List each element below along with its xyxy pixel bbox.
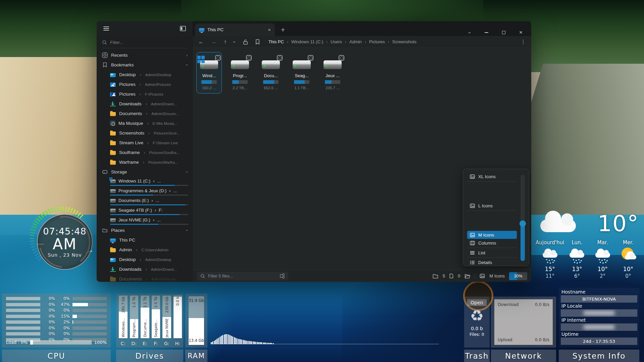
sidebar-bookmark-item[interactable]: Soulframe › Pictures\Soulfra... xyxy=(97,148,193,157)
sidebar-storage-item[interactable]: Programmes & Jeux (D:) › ... xyxy=(97,187,193,196)
sidebar-bookmark-item[interactable]: Pictures › F:\Pictures xyxy=(97,89,193,99)
drive-tile[interactable]: Wind... 160.2 ... xyxy=(196,52,222,94)
drive-icon xyxy=(110,218,116,222)
drive-tile[interactable]: Seag... 1.1 TB... xyxy=(289,52,314,94)
bookmark-item-path: Pictures\Soulfra... xyxy=(149,151,188,155)
close-button[interactable]: × xyxy=(519,29,523,36)
view-mode-icon[interactable] xyxy=(480,274,485,278)
clock-badge-icon xyxy=(308,55,313,61)
recycle-icon[interactable]: ♻ xyxy=(470,307,484,325)
sidebar-bookmark-item[interactable]: Downloads › Admin\Downl... xyxy=(97,99,193,109)
new-tab-button[interactable]: + xyxy=(281,26,285,34)
drive-tile-size: 1.1 TB... xyxy=(294,86,309,90)
sidebar-filter-input[interactable] xyxy=(110,40,170,45)
drive-tile[interactable]: Jeux ... 235.7 ... xyxy=(320,52,345,94)
hamburger-menu-icon[interactable] xyxy=(103,27,109,31)
chevron-right-icon: › xyxy=(153,178,154,184)
system-info-panel-title: System Info xyxy=(559,350,639,362)
view-option-list[interactable]: List xyxy=(467,249,517,257)
forecast-weather-icon xyxy=(593,248,612,263)
cpu-core-percent-left: 0% xyxy=(43,320,55,324)
unlock-icon[interactable] xyxy=(243,39,248,45)
up-button[interactable]: ↑ xyxy=(224,39,227,45)
sidebar-bookmark-item[interactable]: Stream Live › F:\Stream Live xyxy=(97,138,193,148)
cpu-core-bar-left xyxy=(6,303,40,306)
view-option-m-icons[interactable]: M Icons xyxy=(467,231,517,239)
sidebar-section-places[interactable]: Places › xyxy=(97,225,193,235)
drive-name: Jeux NVME xyxy=(165,318,169,338)
sidebar-section-storage[interactable]: Storage › xyxy=(97,167,193,177)
chevron-right-icon: › xyxy=(153,217,154,222)
drive-tile[interactable]: Docu... 652.6 ... xyxy=(258,52,284,94)
sidebar-place-item[interactable]: Documents › Admin\Docum... xyxy=(97,274,193,282)
view-option-details[interactable]: Details xyxy=(467,258,517,266)
sidebar-place-item[interactable]: Desktop › Admin\Desktop xyxy=(97,255,193,264)
tab-this-pc[interactable]: This PC × xyxy=(195,23,275,36)
breadcrumb-item[interactable]: Users › xyxy=(331,39,346,44)
files-filter-input[interactable] xyxy=(208,274,277,278)
cpu-core-row: 0% 0% xyxy=(6,332,107,335)
sidebar-storage-item[interactable]: Jeux NVME (G:) › ... xyxy=(97,216,193,225)
sidebar-place-item[interactable]: Admin › C:\Users\Admin xyxy=(97,245,193,255)
sidebar-bookmark-item[interactable]: Documents › Admin\Docum... xyxy=(97,109,193,118)
filter-flow-icon[interactable] xyxy=(280,273,285,278)
cpu-core-bar-left xyxy=(6,297,40,300)
sidebar-bookmark-item[interactable]: Screenshots › Pictures\Scre... xyxy=(97,128,193,138)
sidebar-bookmark-item[interactable]: Pictures › Admin\Pictures xyxy=(97,80,193,89)
drive-tile[interactable]: Progr... 2.2 TB... xyxy=(227,52,253,94)
sidebar-section-bookmarks[interactable]: Bookmarks › xyxy=(97,60,193,70)
view-option-xl-icons[interactable]: XL Icons xyxy=(467,172,517,180)
bookmark-item-icon xyxy=(110,73,116,77)
sidebar-storage-item[interactable]: Windows 11 (C:) › ... xyxy=(97,177,193,187)
tab-close-icon[interactable]: × xyxy=(268,27,271,33)
sidebar-place-item[interactable]: This PC › xyxy=(97,235,193,245)
history-chevron-icon[interactable]: › xyxy=(232,41,237,43)
breadcrumb-item[interactable]: Windows 11 (C:) › xyxy=(291,39,328,44)
forecast-high-temp: 10° xyxy=(623,266,633,272)
icon-size-slider[interactable] xyxy=(521,174,525,261)
slider-thumb[interactable] xyxy=(519,220,526,227)
drive-usage-column: 1.5 Tb Program... xyxy=(130,296,139,338)
ip-local-label: IP Locale xyxy=(561,303,638,309)
trash-open-button[interactable]: Open xyxy=(467,299,486,306)
place-item-label: Admin xyxy=(119,247,132,252)
sidebar-bookmark-item[interactable]: Warframe › Pictures\Warfra... xyxy=(97,157,193,167)
place-item-icon xyxy=(110,267,116,272)
drive-icon xyxy=(110,199,116,203)
breadcrumb-item[interactable]: Admin › xyxy=(349,39,366,44)
visualizer-bar xyxy=(219,337,220,344)
window-menu-chevron-icon[interactable]: › xyxy=(467,32,473,34)
bookmark-item-label: Soulframe xyxy=(119,150,140,155)
more-options-icon[interactable]: ⋮ xyxy=(521,39,526,45)
back-button[interactable]: ← xyxy=(198,39,204,45)
tab-title: This PC xyxy=(207,27,224,32)
sidebar-place-item[interactable]: Downloads › Admin\Downl... xyxy=(97,264,193,274)
drive-usage-columns: 285.7 Gb Windows... 1.5 Tb Program... 2.… xyxy=(119,296,182,338)
sidebar-bookmark-item[interactable]: Desktop › Admin\Desktop xyxy=(97,70,193,80)
zoom-level-chip[interactable]: 30% xyxy=(509,272,527,280)
sidebar-section-recents[interactable]: Recents › xyxy=(97,50,193,60)
dual-pane-toggle-icon[interactable] xyxy=(180,26,186,31)
view-option-columns[interactable]: Columns xyxy=(467,239,517,247)
open-folder-icon[interactable] xyxy=(464,274,470,278)
folder-outline-icon xyxy=(102,227,108,233)
view-option-l-icons[interactable]: L Icons xyxy=(467,202,517,210)
bookmark-icon[interactable] xyxy=(255,39,260,45)
sidebar-storage-item[interactable]: Seagate 4TB (F:) › F: xyxy=(97,206,193,216)
maximize-button[interactable] xyxy=(502,31,505,34)
sidebar-storage-item[interactable]: Documents (E:) › ... xyxy=(97,196,193,206)
ram-monitor-panel: 31.9 Gb 13.4 Gb RAM xyxy=(185,294,207,362)
breadcrumb-item[interactable]: This PC › xyxy=(268,39,288,44)
storage-item-path: ... xyxy=(157,178,161,184)
minimize-button[interactable] xyxy=(485,32,488,33)
sidebar-bookmark-item[interactable]: Ma Musique › E:\Ma Musiq... xyxy=(97,118,193,128)
view-mode-label[interactable]: M Icons xyxy=(489,273,505,278)
storage-usage-bar xyxy=(110,204,188,205)
bookmark-item-path: Pictures\Warfra... xyxy=(148,160,188,164)
bookmark-item-label: Downloads xyxy=(119,101,142,106)
breadcrumb-item[interactable]: Pictures › xyxy=(369,39,389,44)
storage-usage-bar xyxy=(110,185,188,186)
forward-button[interactable]: → xyxy=(211,39,216,45)
chevron-separator-icon: › xyxy=(146,267,147,272)
breadcrumb-item[interactable]: Screenshots › xyxy=(392,39,416,44)
